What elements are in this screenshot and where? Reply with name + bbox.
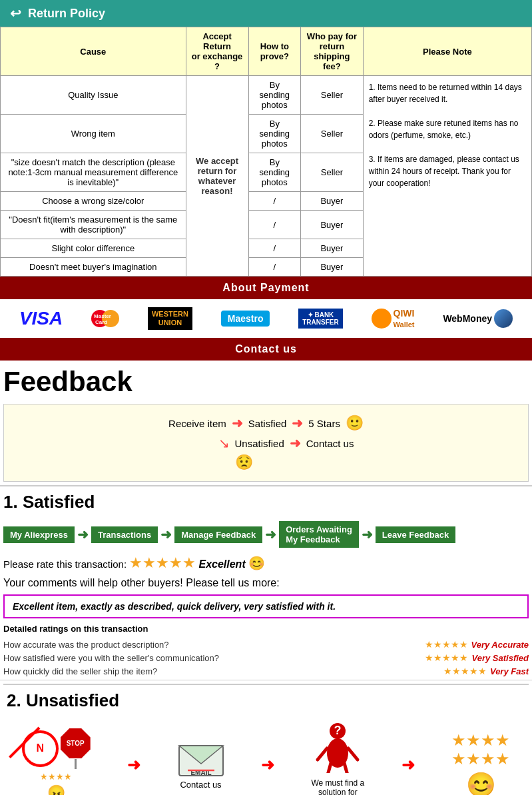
stop-sign: STOP (61, 728, 91, 769)
nav-transactions[interactable]: Transactions (91, 526, 158, 543)
prove-cell: By sendingphotos (248, 153, 301, 192)
contact-header: Contact us (0, 338, 532, 361)
return-policy-header: ↩ Return Policy (0, 0, 532, 27)
webmoney-globe-icon (494, 309, 513, 328)
rating-value: Very Satisfied (471, 653, 529, 663)
nav-arrow-icon: ➜ (160, 526, 172, 542)
arrow-right-icon: ➜ (232, 415, 243, 431)
sad-icon: 😟 (235, 454, 253, 470)
rating-value: Very Accurate (471, 640, 529, 650)
prove-cell: / (248, 192, 301, 211)
contact-title: Contact us (235, 343, 297, 355)
feedback-title: Feedback (0, 361, 532, 400)
rating-stars-icon: ★★★★★ (425, 652, 468, 663)
smile-icon: 🙂 (346, 414, 364, 432)
col-accept: Accept Returnor exchange ? (186, 27, 248, 76)
unsatisfied-section: 2. Unsatisfied N STOP ★★★★ (0, 680, 532, 795)
question-figure-icon: ? (314, 723, 361, 773)
contact-us-flow-label: Contact us (306, 438, 354, 449)
cause-cell: Choose a wrong size/color (1, 192, 186, 211)
qiwi-logo: QIWIWallet (372, 308, 415, 329)
rating-row: How accurate was the product description… (3, 638, 529, 651)
qiwi-icon (372, 309, 392, 329)
cause-cell: Quality Issue (1, 76, 186, 115)
svg-line-8 (348, 748, 358, 760)
western-union-logo: WESTERNUNION (148, 307, 192, 330)
nav-leave-feedback[interactable]: Leave Feedback (376, 526, 455, 543)
rating-stars-icon: ★★★★★ (443, 666, 487, 676)
feedback-flow-box: Receive item ➜ Satisfied ➜ 5 Stars 🙂 ↘ U… (3, 404, 529, 482)
nav-arrow-icon: ➜ (362, 526, 373, 542)
payment-header: About Payment (0, 277, 532, 299)
red-arrow-icon: ➜ (127, 756, 140, 774)
cause-cell: "Doesn't fit(item's measurement is the s… (1, 211, 186, 239)
prove-cell: By sendingphotos (248, 115, 301, 153)
stop-pole (75, 759, 77, 769)
unsatisfied-label: Unsatisfied (235, 438, 284, 449)
ratings-table: How accurate was the product description… (0, 636, 532, 680)
pays-cell: Seller (301, 76, 364, 115)
red-arrow-icon: ➜ (401, 756, 415, 774)
comments-prompt: Your comments will help other buyers! Pl… (0, 575, 532, 591)
pays-cell: Buyer (301, 192, 364, 211)
detailed-title: Detailed ratings on this transaction (0, 622, 532, 636)
policy-table: Cause Accept Returnor exchange ? How to … (0, 27, 532, 277)
col-cause: Cause (1, 27, 186, 76)
email-cluster: EMAIL Contact us (178, 740, 224, 790)
col-whopays: Who pay for returnshipping fee? (301, 27, 364, 76)
rating-stars-icon: ★★★★★ (425, 639, 468, 650)
table-row: Quality Issue We acceptreturn forwhateve… (1, 76, 532, 115)
prove-cell: / (248, 258, 301, 277)
result-cluster: ★★★★★★★★ 😊 (451, 731, 510, 795)
visa-logo: VISA (19, 308, 63, 329)
prove-cell: / (248, 239, 301, 258)
rating-label: How accurate was the product description… (3, 640, 169, 650)
unsat-flow: N STOP ★★★★ 😠 ➜ EMAIL (3, 716, 529, 795)
no-icon: N (22, 730, 59, 767)
pays-cell: Buyer (301, 211, 364, 239)
rating-label: How satisfied were you with the seller's… (3, 653, 219, 663)
return-icon: ↩ (10, 5, 21, 21)
cluster-stars: ★★★★ (40, 772, 72, 782)
nav-flow: My Aliexpress ➜ Transactions ➜ Manage Fe… (0, 518, 532, 551)
nav-manage-feedback[interactable]: Manage Feedback (174, 526, 262, 543)
satisfied-section-header: 1. Satisfied (0, 485, 532, 518)
cause-cell: "size doesn't match the description (ple… (1, 153, 186, 192)
question-cluster: ? We must find a solution for you. (311, 723, 364, 795)
col-prove: How to prove? (248, 27, 301, 76)
cause-cell: Wrong item (1, 115, 186, 153)
payment-title: About Payment (222, 282, 309, 293)
no-stop-cluster: N STOP ★★★★ 😠 (22, 728, 91, 795)
rating-row: How satisfied were you with the seller's… (3, 651, 529, 664)
contact-us-label: Contact us (180, 780, 221, 790)
unsatisfied-section-header: 2. Unsatisfied (3, 684, 529, 716)
smile-icon: 😊 (248, 556, 265, 570)
cause-cell: Doesn't meet buyer's imagination (1, 258, 186, 277)
nav-my-aliexpress[interactable]: My Aliexpress (3, 526, 75, 543)
webmoney-logo: WebMoney (443, 309, 513, 328)
five-stars-label: 5 Stars (308, 418, 340, 429)
cause-cell: Slight color difference (1, 239, 186, 258)
sad-face-icon: 😠 (47, 784, 65, 795)
rating-stars: ★★★★★ (129, 554, 196, 571)
notes-cell: 1. Items need to be returned within 14 d… (363, 76, 531, 277)
arrow-down-right-icon: ↘ (218, 435, 230, 451)
red-arrow-icon: ➜ (261, 756, 274, 774)
accept-cell: We acceptreturn forwhatever reason! (186, 76, 248, 277)
return-policy-title: Return Policy (28, 7, 105, 21)
pays-cell: Buyer (301, 239, 364, 258)
bank-transfer-logo: ✦ BANKTRANSFER (298, 309, 342, 329)
prove-cell: / (248, 211, 301, 239)
nav-orders-awaiting[interactable]: Orders AwaitingMy Feedback (279, 521, 359, 548)
mastercard-logo: MasterCard (91, 310, 119, 327)
rating-label: How quickly did the seller ship the item… (3, 666, 157, 676)
rating-value: Very Fast (490, 666, 529, 676)
satisfied-label: Satisfied (248, 418, 287, 429)
big-stars-icon: ★★★★★★★★ (451, 731, 510, 768)
nav-arrow-icon: ➜ (77, 526, 89, 542)
happy-face-icon: 😊 (466, 771, 496, 795)
rate-text: Please rate this transaction: (3, 558, 127, 570)
svg-line-7 (318, 748, 327, 760)
example-comment: Excellent item, exactly as described, qu… (3, 594, 529, 618)
rate-row: Please rate this transaction: ★★★★★ Exce… (0, 551, 532, 575)
